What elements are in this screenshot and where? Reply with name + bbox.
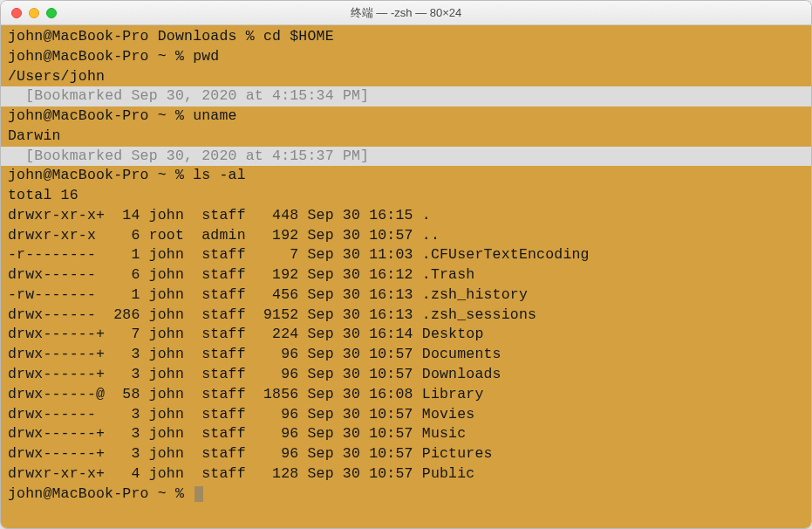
titlebar: 终端 — -zsh — 80×24 — [1, 1, 811, 25]
terminal-line: john@MacBook-Pro ~ % uname — [1, 106, 811, 127]
terminal-line: drwx------ 286 john staff 9152 Sep 30 16… — [1, 306, 811, 326]
terminal-line: drwxr-xr-x+ 14 john staff 448 Sep 30 16:… — [1, 206, 811, 226]
window-title: 终端 — -zsh — 80×24 — [1, 5, 811, 21]
terminal-line: drwx------@ 58 john staff 1856 Sep 30 16… — [1, 385, 811, 405]
terminal-line: drwx------ 3 john staff 96 Sep 30 10:57 … — [1, 405, 811, 425]
terminal-line: drwxr-xr-x+ 4 john staff 128 Sep 30 10:5… — [1, 464, 811, 484]
terminal-line: Darwin — [1, 127, 811, 147]
minimize-button[interactable] — [29, 8, 39, 18]
close-button[interactable] — [11, 8, 22, 18]
terminal-line: john@MacBook-Pro Downloads % cd $HOME — [1, 27, 811, 47]
bookmark-line: [Bookmarked Sep 30, 2020 at 4:15:37 PM] — [1, 147, 811, 167]
terminal-line: john@MacBook-Pro ~ % ls -al — [1, 166, 811, 186]
prompt-line[interactable]: john@MacBook-Pro ~ % — [1, 484, 811, 505]
terminal-body[interactable]: john@MacBook-Pro Downloads % cd $HOMEjoh… — [1, 25, 811, 528]
terminal-window: 终端 — -zsh — 80×24 john@MacBook-Pro Downl… — [0, 0, 812, 529]
terminal-line: -rw------- 1 john staff 456 Sep 30 16:13… — [1, 285, 811, 306]
terminal-line: total 16 — [1, 186, 811, 206]
terminal-line: -r-------- 1 john staff 7 Sep 30 11:03 .… — [1, 245, 811, 265]
terminal-line: drwx------+ 7 john staff 224 Sep 30 16:1… — [1, 325, 811, 345]
prompt-text: john@MacBook-Pro ~ % — [8, 485, 193, 502]
bookmark-line: [Bookmarked Sep 30, 2020 at 4:15:34 PM] — [1, 86, 811, 106]
cursor — [194, 486, 203, 502]
maximize-button[interactable] — [46, 8, 57, 18]
terminal-line: drwx------+ 3 john staff 96 Sep 30 10:57… — [1, 365, 811, 385]
traffic-lights — [1, 8, 57, 18]
terminal-line: drwx------+ 3 john staff 96 Sep 30 10:57… — [1, 345, 811, 365]
terminal-line: drwxr-xr-x 6 root admin 192 Sep 30 10:57… — [1, 226, 811, 246]
terminal-line: drwx------+ 3 john staff 96 Sep 30 10:57… — [1, 444, 811, 464]
terminal-line: john@MacBook-Pro ~ % pwd — [1, 47, 811, 67]
terminal-line: drwx------+ 3 john staff 96 Sep 30 10:57… — [1, 424, 811, 444]
terminal-line: /Users/john — [1, 67, 811, 87]
terminal-line: drwx------ 6 john staff 192 Sep 30 16:12… — [1, 265, 811, 285]
